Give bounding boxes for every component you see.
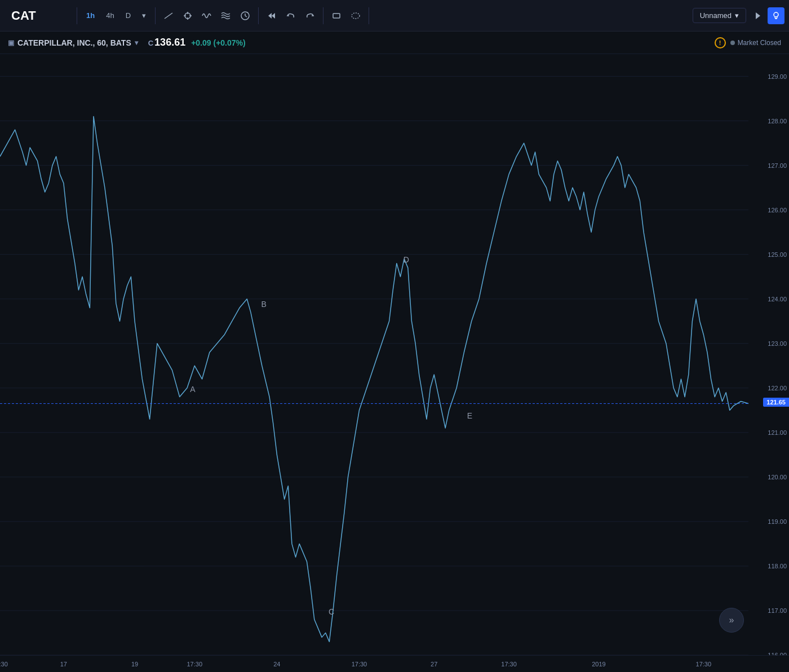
redo-btn[interactable]: [302, 7, 318, 24]
undo-btn[interactable]: [282, 7, 299, 24]
time-tick: 2019: [592, 661, 605, 667]
time-tick: 17:30: [0, 661, 8, 667]
market-status: Market Closed: [730, 39, 781, 47]
svg-marker-9: [268, 13, 272, 19]
time-tick: 17:30: [501, 661, 517, 667]
change-value: +0.09: [191, 38, 211, 47]
time-tick: 24: [273, 661, 280, 667]
timeframe-dropdown[interactable]: ▾: [138, 8, 150, 23]
sep2: [155, 7, 156, 24]
rewind-btn[interactable]: [263, 7, 280, 24]
svg-marker-13: [756, 12, 760, 19]
time-tick: 27: [431, 661, 437, 667]
svg-line-8: [245, 16, 247, 17]
sep4: [323, 7, 323, 24]
price-change: +0.09 (+0.07%): [191, 38, 246, 47]
warning-icon: !: [715, 37, 726, 48]
symbol-full: ▣ CATERPILLAR, INC., 60, BATS ▾: [8, 38, 138, 47]
symbol-label: CAT: [5, 8, 72, 23]
info-bar: ▣ CATERPILLAR, INC., 60, BATS ▾ C136.61 …: [0, 32, 789, 54]
time-tick: 17:30: [187, 661, 203, 667]
more-btn[interactable]: [748, 7, 765, 24]
svg-marker-10: [272, 13, 275, 19]
pattern-tool[interactable]: [218, 7, 234, 24]
time-tick: 17:30: [352, 661, 367, 667]
svg-line-0: [165, 13, 172, 19]
symbol-dropdown[interactable]: ▾: [135, 39, 138, 47]
symbol-name: CATERPILLAR, INC., 60, BATS: [17, 38, 131, 47]
rect-tool[interactable]: [328, 7, 345, 24]
next-button[interactable]: »: [719, 608, 744, 633]
sep1: [77, 7, 77, 24]
toolbar: CAT 1h 4h D ▾: [0, 0, 789, 32]
idea-btn[interactable]: [768, 7, 784, 24]
time-tick: 19: [131, 661, 138, 667]
clock-tool[interactable]: [237, 7, 254, 24]
sep5: [369, 7, 369, 24]
crosshair-tool[interactable]: [179, 7, 196, 24]
wave-tool[interactable]: [198, 7, 215, 24]
price-display: C136.61: [148, 37, 185, 48]
status-dot: [730, 41, 735, 45]
current-price-label: 121.65: [763, 398, 789, 407]
change-pct: (+0.07%): [214, 38, 246, 47]
timeframe-1h[interactable]: 1h: [82, 8, 99, 23]
market-status-text: Market Closed: [738, 39, 781, 47]
lasso-tool[interactable]: [347, 7, 364, 24]
svg-rect-11: [333, 14, 340, 18]
toolbar-right: Unnamed ▾: [693, 7, 784, 24]
symbol-icon: ▣: [8, 39, 14, 47]
line-tool[interactable]: [160, 7, 177, 24]
chart-area[interactable]: A B C D E 121.65 »: [0, 54, 789, 655]
svg-point-12: [352, 13, 360, 19]
unnamed-layout-btn[interactable]: Unnamed ▾: [693, 8, 746, 23]
time-axis: 17:30171917:302417:302717:30201917:30: [0, 655, 789, 672]
timeframe-4h[interactable]: 4h: [101, 8, 118, 23]
price-value: 136.61: [154, 37, 185, 48]
dropdown-icon: ▾: [735, 11, 739, 20]
timeframe-d[interactable]: D: [121, 8, 135, 23]
unnamed-label: Unnamed: [700, 11, 732, 20]
time-tick: 17:30: [696, 661, 712, 667]
chart-wrapper: ▣ CATERPILLAR, INC., 60, BATS ▾ C136.61 …: [0, 32, 789, 672]
info-bar-right: ! Market Closed: [715, 37, 781, 48]
time-tick: 17: [60, 661, 67, 667]
sep3: [258, 7, 259, 24]
price-label: C: [148, 39, 153, 47]
svg-point-14: [774, 12, 778, 17]
price-chart: [0, 54, 789, 655]
